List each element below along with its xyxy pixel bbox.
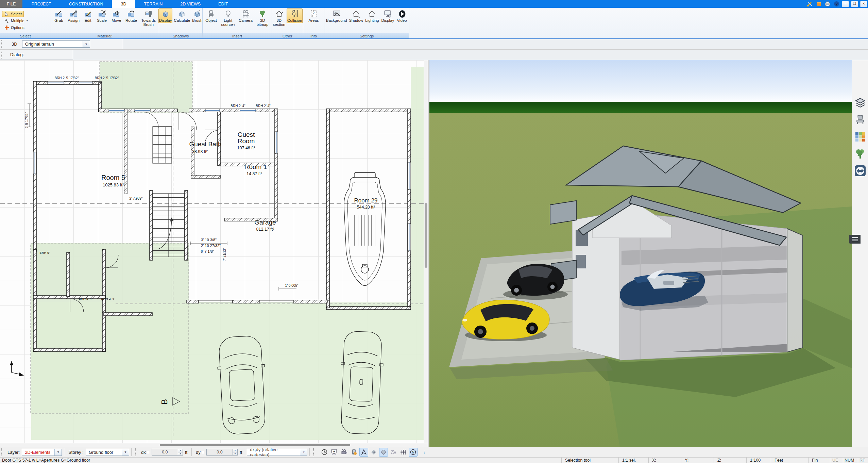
ribbon-group-settings: Background Shadow Lighting Display Video <box>324 8 409 38</box>
towards-brush-button[interactable]: Towards Brush <box>139 9 158 27</box>
person-icon <box>291 10 299 18</box>
assign-button[interactable]: Assign <box>66 9 81 23</box>
dimension-label: 6' 7 1/8" <box>201 249 214 253</box>
device-icon[interactable] <box>350 448 358 457</box>
materials-icon[interactable] <box>854 131 866 143</box>
status-bar: Door GTS 57-1 w L=Apertures G=Ground flo… <box>0 457 868 463</box>
multiple-button[interactable]: Multiple ▾ <box>2 18 30 24</box>
application-window: FILE PROJECT CONSTRUCTION 3D TERRAIN 2D … <box>0 0 868 463</box>
minimize-button[interactable]: – <box>842 1 849 7</box>
waves-icon[interactable] <box>389 448 398 457</box>
plan-vertical-scrollbar[interactable] <box>424 60 428 443</box>
toolbar-grip[interactable] <box>135 448 138 456</box>
display-settings-button[interactable]: Display <box>380 9 395 23</box>
tools-icon[interactable] <box>806 1 813 7</box>
status-selection: 1:1 sel. <box>618 458 648 463</box>
layer-select[interactable]: 2D-Elements ▼ <box>22 449 62 456</box>
chevron-down-icon[interactable]: ▼ <box>122 449 129 456</box>
dx-input[interactable]: 0.0 <box>152 449 178 456</box>
tab-terrain[interactable]: TERRAIN <box>135 0 171 8</box>
dimension-label: BRH 2' 4" <box>101 297 115 300</box>
tab-project[interactable]: PROJECT <box>22 0 60 8</box>
scrollbar-thumb[interactable] <box>425 203 427 268</box>
dimension-label: 2' 10 27/32" <box>201 244 221 248</box>
help-icon[interactable]: ? <box>833 1 840 7</box>
chevron-down-icon[interactable]: ▼ <box>300 449 307 456</box>
dx-stepper[interactable]: ▲▼ <box>178 449 183 456</box>
shadows-brush-button[interactable]: Brush <box>191 9 203 23</box>
toolbar-grip[interactable] <box>313 448 316 456</box>
video-button[interactable]: Video <box>396 9 408 23</box>
plants-icon[interactable] <box>854 148 866 160</box>
plan-2d-canvas[interactable]: Room 5 1025.83 ft² Guest Bath 38.93 ft² … <box>0 60 428 447</box>
monitor-gear-icon <box>384 10 391 18</box>
toolbar-grip[interactable] <box>1 40 4 48</box>
edit-material-button[interactable]: Edit <box>82 9 94 23</box>
north-icon[interactable]: N <box>409 448 418 457</box>
insert-object-button[interactable]: Object <box>204 9 219 23</box>
areas-button[interactable]: ? Areas <box>306 9 322 23</box>
tree-icon <box>259 10 266 18</box>
3d-bitmap-button[interactable]: 3D bitmap <box>254 9 271 27</box>
lighting-button[interactable]: Lighting <box>364 9 380 23</box>
shadow-settings-button[interactable]: Shadow <box>348 9 364 23</box>
sidebar-collapse-handle[interactable] <box>849 235 861 244</box>
dy-stepper[interactable]: ▲▼ <box>233 449 238 456</box>
towards-brush-icon <box>145 10 152 18</box>
shadows-calculate-button[interactable]: Calculate <box>173 9 191 23</box>
select-button[interactable]: Select <box>2 11 24 17</box>
chevron-down-icon[interactable]: ▼ <box>54 449 62 456</box>
compass-icon[interactable] <box>359 448 368 457</box>
room-label: Room <box>238 137 255 145</box>
close-button[interactable]: ✕ <box>860 1 867 7</box>
grab-button[interactable]: Grab <box>52 9 66 23</box>
tab-3d[interactable]: 3D <box>112 0 135 8</box>
group-label-material: Material: <box>51 33 159 38</box>
chevron-down-icon[interactable]: ▼ <box>83 41 90 47</box>
scale-button[interactable]: Scale <box>95 9 109 23</box>
camera-icon[interactable] <box>340 448 348 457</box>
status-flag-rf: RF <box>858 458 868 463</box>
room-area: 14.87 ft² <box>246 171 262 176</box>
printer-icon[interactable] <box>824 1 831 7</box>
group-label-settings: Settings <box>324 33 409 38</box>
insert-camera-button[interactable]: Camera <box>238 9 254 23</box>
storey-select[interactable]: Ground floor ▼ <box>86 449 129 456</box>
move-button[interactable]: Move <box>109 9 123 23</box>
scrollbar-thumb[interactable] <box>160 444 350 446</box>
toolbar-overflow-dots[interactable]: ⋮ <box>422 450 426 454</box>
hatch-icon[interactable] <box>369 448 378 457</box>
options-button[interactable]: Options <box>2 24 27 31</box>
rotate-button[interactable]: Rotate <box>124 9 138 23</box>
pencil-icon <box>84 10 92 18</box>
grid-icon[interactable] <box>399 448 408 457</box>
clock-icon[interactable] <box>320 448 329 457</box>
restore-button[interactable]: ❐ <box>851 1 858 7</box>
furniture-icon[interactable] <box>854 114 866 126</box>
status-units[interactable]: Feet <box>771 458 808 463</box>
3d-section-button[interactable]: 3D section <box>272 9 286 27</box>
tab-2d-views[interactable]: 2D VIEWS <box>171 0 209 8</box>
tab-edit[interactable]: EDIT <box>209 0 237 8</box>
view-3d-canvas[interactable] <box>429 60 852 447</box>
background-button[interactable]: Background <box>325 9 347 23</box>
screen-star-icon[interactable]: ★ <box>330 448 339 457</box>
tab-file[interactable]: FILE <box>0 0 22 8</box>
package-icon[interactable] <box>815 1 822 7</box>
collision-button[interactable]: Collision <box>287 9 303 23</box>
layers-icon[interactable] <box>854 97 866 109</box>
room-area: 544.28 ft² <box>357 205 375 210</box>
toolbar-grip[interactable] <box>1 448 4 456</box>
toolbar-grip[interactable] <box>1 51 4 59</box>
diamond-icon[interactable] <box>379 448 388 457</box>
dy-input[interactable]: 0.0 <box>206 449 233 456</box>
dimension-label: 2' 7.989" <box>130 197 143 200</box>
tab-construction[interactable]: CONSTRUCTION <box>60 0 112 8</box>
coordinate-mode-select[interactable]: dx,dy (relative cartesian) ▼ <box>247 449 307 456</box>
remote-access-icon[interactable] <box>854 165 866 177</box>
status-scale[interactable]: 1:100 <box>746 458 771 463</box>
shadows-display-button[interactable]: Display <box>158 9 173 23</box>
terrain-select[interactable]: Original terrain ▼ <box>22 40 90 48</box>
plan-horizontal-scrollbar[interactable] <box>0 443 428 447</box>
light-source-button[interactable]: Light source▾ <box>219 9 237 27</box>
